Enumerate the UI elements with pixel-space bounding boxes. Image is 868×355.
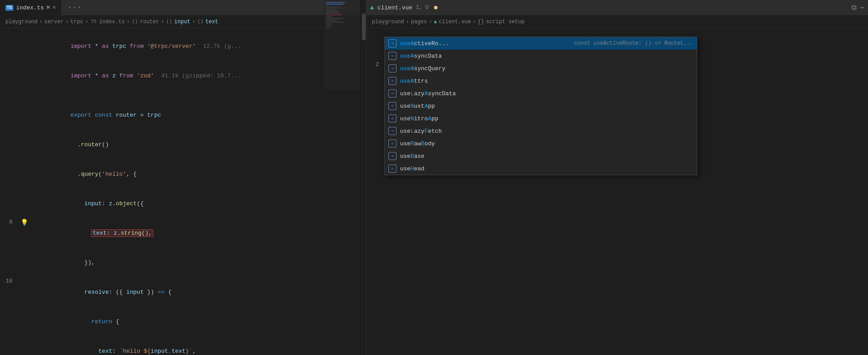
typescript-icon: TS (5, 5, 13, 11)
right-tab-bar: ▲ client.vue 1, U ⧉ ⋯ (367, 0, 868, 16)
more-options-icon[interactable]: ⋯ (860, 3, 864, 12)
breadcrumb-indexts[interactable]: index.ts (99, 19, 125, 25)
code-line-4: export const router = trpc (0, 101, 366, 130)
left-tab-filename: index.ts (16, 4, 44, 11)
autocomplete-item-10[interactable]: ○ useHead (385, 162, 697, 175)
ac-label-6: useNitroApp (400, 115, 693, 122)
right-editor: ▲ client.vue 1, U ⧉ ⋯ playground › pages… (367, 0, 868, 355)
rb-playground[interactable]: playground (372, 19, 404, 25)
code-line-9: }), (0, 248, 366, 278)
ac-label-5: useNuxtApp (400, 103, 693, 110)
ac-icon-1: ○ (388, 52, 396, 60)
ac-icon-4: ○ (388, 89, 396, 97)
ac-label-7: useLazyFetch (400, 128, 693, 135)
code-line-12: text: `hello ${input.text}`, (0, 337, 366, 355)
breadcrumb-text[interactable]: text (205, 19, 218, 25)
breadcrumb-input[interactable]: input (174, 19, 190, 25)
left-breadcrumb: playground › server › trpc › TS index.ts… (0, 16, 366, 28)
close-tab-button[interactable]: × (52, 4, 56, 11)
ac-icon-3: ○ (388, 77, 396, 85)
left-code-area: import * as trpc from '@trpc/server' 12.… (0, 28, 366, 355)
ac-description-0: const useActiveRoute: () => RouteL... (574, 40, 693, 46)
autocomplete-item-0[interactable]: ○ useActiveRo... const useActiveRoute: (… (385, 37, 697, 50)
left-tab-bar: TS index.ts M × ··· (0, 0, 366, 16)
ac-icon-7: ○ (388, 127, 396, 135)
ac-label-10: useHead (400, 165, 693, 172)
autocomplete-item-5[interactable]: ○ useNuxtApp (385, 100, 697, 112)
ac-label-3: useAttrs (400, 78, 693, 85)
code-line-6: .query('hello', { (0, 160, 366, 189)
ac-icon-10: ○ (388, 165, 396, 173)
rb-script-setup[interactable]: script setup (486, 19, 524, 25)
breadcrumb-server[interactable]: server (44, 19, 63, 25)
split-editor-icon[interactable]: ⧉ (851, 4, 856, 12)
rb-client-vue[interactable]: client.vue (439, 19, 471, 25)
autocomplete-item-9[interactable]: ○ useBase (385, 150, 697, 162)
ac-label-4: useLazyAsyncData (400, 90, 693, 97)
vue-icon: ▲ (370, 4, 374, 11)
ac-label-8: useRawBody (400, 140, 693, 147)
autocomplete-item-8[interactable]: ○ useRawBody (385, 137, 697, 150)
lightbulb-icon[interactable]: 💡 (21, 219, 28, 226)
code-line-11: return { (0, 307, 366, 337)
breadcrumb-playground[interactable]: playground (5, 19, 38, 25)
code-line-5: .router() (0, 130, 366, 160)
breadcrumb-router[interactable]: router (140, 19, 159, 25)
left-tab[interactable]: TS index.ts M × (0, 0, 62, 16)
left-scrollbar[interactable] (360, 0, 366, 355)
scrollbar-thumb[interactable] (362, 13, 366, 40)
autocomplete-item-6[interactable]: ○ useNitroApp (385, 112, 697, 125)
breadcrumb-trpc[interactable]: trpc (71, 19, 84, 25)
right-tab-version: 1, U (416, 4, 429, 11)
autocomplete-item-7[interactable]: ○ useLazyFetch (385, 125, 697, 137)
ac-icon-2: ○ (388, 64, 396, 72)
code-line-1: import * as trpc from '@trpc/server' 12.… (0, 32, 366, 61)
right-tab-dirty-dot (434, 6, 438, 9)
ac-label-2: useAsyncQuery (400, 65, 693, 72)
ac-icon-8: ○ (388, 139, 396, 148)
code-line-2: import * as z from 'zod' 41.1k (gzipped:… (0, 61, 366, 91)
left-tab-modified: M (46, 5, 50, 10)
ac-label-0: useActiveRo... (400, 40, 571, 47)
code-line-8: 8 💡 text: z.string(), (0, 219, 366, 248)
code-line-10: 10 resolve: ({ input }) => { (0, 278, 366, 307)
tab-overflow-button[interactable]: ··· (67, 3, 81, 12)
breadcrumb-ts-icon: TS (90, 19, 97, 25)
ac-label-1: useAsyncData (400, 53, 693, 59)
ac-icon-0: ○ (388, 39, 396, 47)
autocomplete-item-1[interactable]: ○ useAsyncData (385, 50, 697, 62)
left-editor: TS index.ts M × ··· playground › server … (0, 0, 367, 355)
ac-icon-9: ○ (388, 152, 396, 160)
code-line-3 (0, 91, 366, 101)
autocomplete-item-3[interactable]: ○ useAttrs (385, 75, 697, 87)
right-breadcrumb: playground › pages › ▲ client.vue › {} s… (367, 16, 868, 28)
autocomplete-item-2[interactable]: ○ useAsyncQuery (385, 62, 697, 75)
breadcrumb-router-icon: ⟨⟩ (131, 18, 138, 25)
right-tab-filename[interactable]: client.vue (377, 4, 412, 11)
autocomplete-item-4[interactable]: ○ useLazyAsyncData (385, 87, 697, 100)
ac-icon-5: ○ (388, 102, 396, 110)
minimap (324, 0, 360, 89)
breadcrumb-query-icon: ⟨⟩ (166, 18, 172, 25)
ac-label-9: useBase (400, 153, 693, 160)
rb-vue-icon: ▲ (434, 19, 437, 25)
rb-pages[interactable]: pages (411, 19, 427, 25)
rb-script-icon: {} (478, 19, 484, 25)
code-line-7: input: z.object({ (0, 189, 366, 219)
breadcrumb-text-icon: ⟨⟩ (197, 18, 203, 25)
ac-icon-6: ○ (388, 114, 396, 123)
autocomplete-dropdown: ○ useActiveRo... const useActiveRoute: (… (384, 37, 697, 175)
